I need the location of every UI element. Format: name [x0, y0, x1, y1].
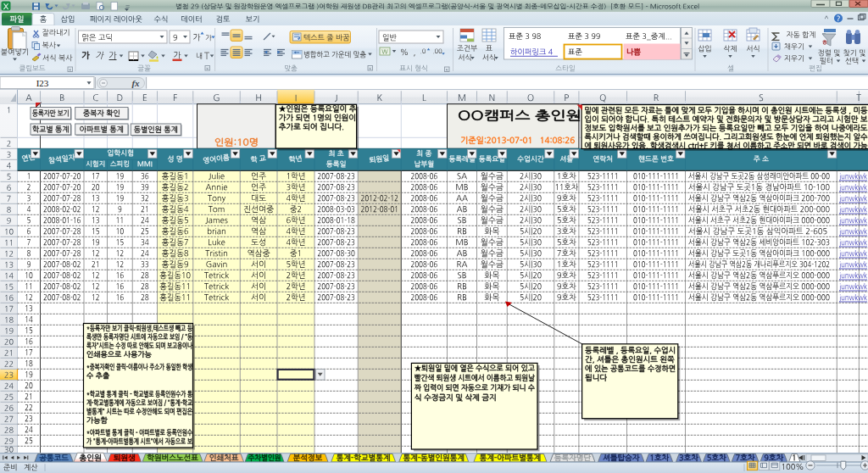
svg-text:I23: I23 — [36, 78, 49, 88]
svg-text:fx: fx — [131, 78, 140, 88]
